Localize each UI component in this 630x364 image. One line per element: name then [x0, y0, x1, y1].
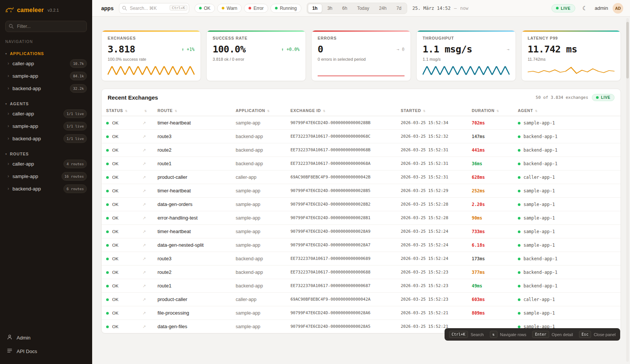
time-range-today[interactable]: Today	[352, 4, 374, 13]
time-range-24h[interactable]: 24h	[374, 4, 391, 13]
section-header-routes[interactable]: ▾ ROUTES	[0, 150, 92, 158]
trend-arrow-icon[interactable]: ↗	[142, 284, 146, 289]
trend-arrow-icon[interactable]: ↗	[142, 175, 146, 180]
time-range-6h[interactable]: 6h	[338, 4, 352, 13]
trend-arrow-icon[interactable]: ↗	[142, 297, 146, 302]
sidebar-item-api-docs[interactable]: API Docs	[5, 345, 87, 357]
trend-arrow-icon[interactable]: ↗	[142, 229, 146, 234]
trend-arrow-icon[interactable]: ↗	[142, 270, 146, 275]
trend-arrow-icon[interactable]: ↗	[142, 216, 146, 221]
table-row[interactable]: OK ↗ data-gen-orders sample-app 90799F47…	[102, 198, 621, 211]
col-status[interactable]: STATUS⇅	[102, 105, 138, 116]
row-exchange-id: 90799F47E6CD24D-00000000000028A9	[286, 225, 396, 238]
table-row[interactable]: OK ↗ timer-heartbeat sample-app 90799F47…	[102, 116, 621, 130]
section-header-applications[interactable]: ▾ APPLICATIONS	[0, 50, 92, 57]
page-title: apps	[101, 5, 114, 11]
sidebar-section: ▾ AGENTS › caller-app 1/1 live › sample-…	[0, 100, 92, 145]
section-header-agents[interactable]: ▾ AGENTS	[0, 100, 92, 108]
scrollbar[interactable]	[626, 18, 629, 362]
table-row[interactable]: OK ↗ product-caller caller-app 69AC90BF8…	[102, 170, 621, 184]
sidebar-item-caller-app[interactable]: › caller-app 10.7k	[0, 57, 92, 70]
trend-arrow-icon[interactable]: ↗	[142, 148, 146, 153]
row-status: OK	[112, 216, 119, 220]
agent-dot-icon	[518, 326, 520, 328]
table-row[interactable]: OK ↗ route3 backend-app EE7322370A10617-…	[102, 130, 621, 143]
status-dot-icon	[222, 7, 224, 9]
row-route: timer-heartbeat	[153, 116, 231, 130]
sidebar-item-admin[interactable]: Admin	[5, 332, 87, 344]
row-status: OK	[112, 297, 119, 302]
sidebar-item-sample-app[interactable]: › sample-app 1/1 live	[0, 120, 92, 132]
col-exchange-id[interactable]: EXCHANGE ID⇅	[286, 105, 396, 116]
table-row[interactable]: OK ↗ product-caller caller-app 69AC90BF8…	[102, 293, 621, 306]
time-range-1h[interactable]: 1h	[308, 4, 322, 13]
trend-arrow-icon[interactable]: ↗	[142, 256, 146, 261]
trend-arrow-icon[interactable]: ↗	[142, 311, 146, 316]
col-route[interactable]: ROUTE⇅	[153, 105, 231, 116]
exchanges-table-body: OK ↗ timer-heartbeat sample-app 90799F47…	[102, 116, 621, 333]
row-agent: caller-app-1	[523, 297, 555, 302]
row-duration: 36ms	[467, 157, 513, 170]
trend-arrow-icon[interactable]: ↗	[142, 324, 146, 329]
table-row[interactable]: OK ↗ timer-heartbeat sample-app 90799F47…	[102, 225, 621, 238]
col-started[interactable]: STARTED⇅	[396, 105, 467, 116]
trend-arrow-icon[interactable]: ↗	[142, 134, 146, 139]
table-row[interactable]: OK ↗ file-processing sample-app 90799F47…	[102, 306, 621, 320]
sidebar-item-sample-app[interactable]: › sample-app 16 routes	[0, 170, 92, 183]
sidebar-item-caller-app[interactable]: › caller-app 4 routes	[0, 158, 92, 170]
status-chip-error[interactable]: Error	[244, 4, 268, 13]
row-exchange-id: 90799F47E6CD24D-00000000000028A7	[286, 238, 396, 252]
table-row[interactable]: OK ↗ route2 backend-app EE7322370A10617-…	[102, 266, 621, 279]
recent-exchanges-panel: Recent Exchanges 50 of 3.834 exchanges L…	[101, 89, 621, 333]
sidebar-item-backend-app[interactable]: › backend-app 32.2k	[0, 82, 92, 95]
caret-down-icon: ▾	[5, 52, 7, 55]
sidebar-footer-label: API Docs	[17, 349, 37, 354]
panel-title: Recent Exchanges	[108, 94, 158, 101]
scrollbar-thumb[interactable]	[626, 22, 629, 78]
table-row[interactable]: OK ↗ route3 backend-app EE7322370A10617-…	[102, 252, 621, 266]
time-range-3h[interactable]: 3h	[323, 4, 337, 13]
panel-live-toggle[interactable]: LIVE	[592, 94, 615, 101]
trend-arrow-icon[interactable]: ↗	[142, 121, 146, 126]
table-row[interactable]: OK ↗ route1 backend-app EE7322370A10617-…	[102, 279, 621, 293]
row-duration: 603ms	[467, 293, 513, 306]
agent-dot-icon	[518, 149, 520, 152]
row-agent: backend-app-1	[523, 270, 557, 275]
avatar[interactable]: AD	[613, 3, 623, 14]
status-chip-ok[interactable]: OK	[195, 4, 215, 13]
col-open[interactable]: ⇅	[138, 105, 153, 116]
trend-arrow-icon[interactable]: ↗	[142, 243, 146, 248]
row-started: 2026-03-25 15:52:21	[396, 306, 467, 320]
sidebar-filter-input[interactable]	[5, 21, 87, 32]
sidebar-item-sample-app[interactable]: › sample-app 84.1k	[0, 70, 92, 82]
trend-arrow-icon[interactable]: ↗	[142, 189, 146, 194]
dark-mode-toggle[interactable]: ☾	[580, 3, 590, 14]
sidebar-item-backend-app[interactable]: › backend-app 1/1 live	[0, 132, 92, 145]
row-exchange-id: EE7322370A10617-000000000000068B	[286, 143, 396, 157]
sidebar-item-caller-app[interactable]: › caller-app 1/1 live	[0, 108, 92, 120]
col-application[interactable]: APPLICATION⇅	[231, 105, 286, 116]
row-exchange-id: 90799F47E6CD24D-00000000000028BB	[286, 116, 396, 130]
table-row[interactable]: OK ↗ error-handling-test sample-app 9079…	[102, 211, 621, 225]
table-row[interactable]: OK ↗ data-gen-nested-split sample-app 90…	[102, 238, 621, 252]
sidebar-item-badge: 4 routes	[63, 160, 87, 168]
row-agent: sample-app-1	[523, 229, 555, 234]
status-chip-running[interactable]: Running	[270, 4, 301, 13]
status-chip-warn[interactable]: Warn	[217, 4, 242, 13]
trend-arrow-icon[interactable]: ↗	[142, 202, 146, 207]
time-range-7d[interactable]: 7d	[392, 4, 406, 13]
table-row[interactable]: OK ↗ timer-heartbeat sample-app 90799F47…	[102, 184, 621, 198]
col-agent[interactable]: AGENT⇅	[513, 105, 621, 116]
live-toggle[interactable]: LIVE	[551, 4, 575, 12]
status-dot-icon	[106, 135, 109, 138]
table-row[interactable]: OK ↗ route2 backend-app EE7322370A10617-…	[102, 143, 621, 157]
kpi-card-throughput: THROUGHPUT 1.1 msg/s → 1.1 msg/s	[416, 30, 516, 81]
col-duration[interactable]: DURATION⇅	[467, 105, 513, 116]
table-row[interactable]: OK ↗ route1 backend-app EE7322370A10617-…	[102, 157, 621, 170]
sidebar-item-backend-app[interactable]: › backend-app 6 routes	[0, 183, 92, 195]
trend-arrow-icon[interactable]: ↗	[142, 161, 146, 166]
chevron-right-icon: ›	[8, 60, 9, 67]
hint-label: Open detail	[552, 332, 573, 337]
logo[interactable]: cameleer v3.2.1	[0, 0, 92, 19]
kpi-card-title: EXCHANGES	[108, 36, 195, 40]
